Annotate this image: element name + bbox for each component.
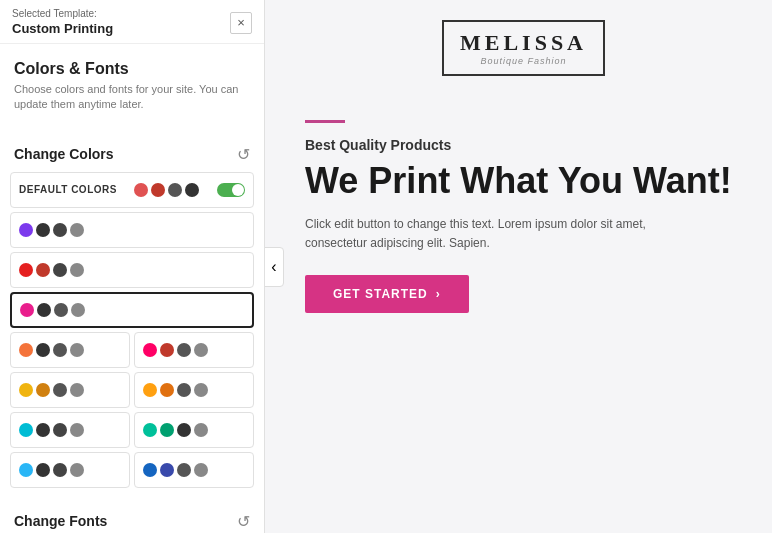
logo-sub: Boutique Fashion: [460, 56, 587, 66]
dot: [70, 463, 84, 477]
dot: [19, 343, 33, 357]
selected-template-name: Custom Printing: [12, 21, 113, 36]
change-colors-title: Change Colors: [14, 146, 114, 162]
dot: [53, 423, 67, 437]
red-dots: [19, 263, 84, 277]
get-started-button[interactable]: GET STARTED ›: [305, 275, 469, 313]
dot-1: [134, 183, 148, 197]
dot: [194, 423, 208, 437]
dot: [53, 223, 67, 237]
color-row-green[interactable]: [134, 412, 254, 448]
color-row-pair-4: [10, 452, 254, 488]
colors-fonts-title: Colors & Fonts: [14, 60, 250, 78]
fonts-refresh-icon[interactable]: ↺: [237, 512, 250, 531]
color-row-pair-1: [10, 332, 254, 368]
dot: [36, 223, 50, 237]
dot: [36, 343, 50, 357]
teal-dots: [19, 423, 84, 437]
dot: [53, 263, 67, 277]
dot: [19, 383, 33, 397]
preview-content: Best Quality Products We Print What You …: [305, 120, 732, 313]
dot: [160, 343, 174, 357]
dot: [36, 463, 50, 477]
dot: [19, 463, 33, 477]
light-blue-dots: [19, 463, 84, 477]
selected-template-label: Selected Template:: [12, 8, 113, 19]
dot: [53, 463, 67, 477]
selected-template-info: Selected Template: Custom Printing: [12, 8, 113, 37]
dark-blue-dots: [143, 463, 208, 477]
dot: [53, 383, 67, 397]
dot: [20, 303, 34, 317]
dot: [177, 463, 191, 477]
color-row-purple[interactable]: [10, 212, 254, 248]
color-row-teal[interactable]: [10, 412, 130, 448]
dot: [19, 263, 33, 277]
best-quality: Best Quality Products: [305, 137, 732, 153]
arrow-icon: ›: [436, 287, 441, 301]
logo-box: MELISSA Boutique Fashion: [442, 20, 605, 76]
color-row-pair-2: [10, 372, 254, 408]
dot: [177, 423, 191, 437]
colors-fonts-desc: Choose colors and fonts for your site. Y…: [14, 82, 250, 113]
dot: [143, 423, 157, 437]
change-fonts-title: Change Fonts: [14, 513, 107, 529]
dot: [36, 263, 50, 277]
logo-main: MELISSA: [460, 30, 587, 56]
logo-wrapper: MELISSA Boutique Fashion: [305, 20, 742, 80]
dot: [160, 423, 174, 437]
default-toggle[interactable]: [217, 183, 245, 197]
dot: [70, 343, 84, 357]
dot: [194, 343, 208, 357]
dot: [177, 343, 191, 357]
colors-fonts-section: Colors & Fonts Choose colors and fonts f…: [0, 44, 264, 131]
dot-4: [185, 183, 199, 197]
change-colors-header: Change Colors ↺: [0, 131, 264, 172]
dot: [71, 303, 85, 317]
color-rows-container: DEFAULT COLORS: [0, 172, 264, 498]
color-row-yellow[interactable]: [10, 372, 130, 408]
main-heading: We Print What You Want!: [305, 161, 732, 201]
dot: [70, 223, 84, 237]
collapse-icon: ‹: [271, 258, 276, 276]
dot: [143, 343, 157, 357]
color-row-yellow-orange[interactable]: [134, 372, 254, 408]
default-label: DEFAULT COLORS: [19, 184, 117, 195]
color-row-pink[interactable]: [10, 292, 254, 328]
get-started-label: GET STARTED: [333, 287, 428, 301]
close-button[interactable]: ×: [230, 12, 252, 34]
dot: [194, 383, 208, 397]
dot-3: [168, 183, 182, 197]
color-row-pair-3: [10, 412, 254, 448]
dot: [143, 383, 157, 397]
pink-dots: [20, 303, 85, 317]
refresh-icon[interactable]: ↺: [237, 145, 250, 164]
dot: [19, 223, 33, 237]
dot: [143, 463, 157, 477]
collapse-tab[interactable]: ‹: [265, 247, 284, 287]
dot: [194, 463, 208, 477]
color-row-default[interactable]: DEFAULT COLORS: [10, 172, 254, 208]
selected-template-bar: Selected Template: Custom Printing ×: [0, 0, 264, 44]
dot: [70, 263, 84, 277]
dot: [70, 423, 84, 437]
pink-red-dots: [143, 343, 208, 357]
color-row-orange[interactable]: [10, 332, 130, 368]
right-panel: ‹ MELISSA Boutique Fashion Best Quality …: [265, 0, 772, 533]
accent-line: [305, 120, 345, 123]
yellow-orange-dots: [143, 383, 208, 397]
color-row-red[interactable]: [10, 252, 254, 288]
change-fonts-header: Change Fonts ↺: [0, 498, 264, 533]
dot: [36, 383, 50, 397]
dot: [160, 463, 174, 477]
dot: [53, 343, 67, 357]
color-row-dark-blue[interactable]: [134, 452, 254, 488]
green-dots: [143, 423, 208, 437]
color-row-pink-red[interactable]: [134, 332, 254, 368]
purple-dots: [19, 223, 84, 237]
dot: [37, 303, 51, 317]
default-color-dots: [134, 183, 199, 197]
dot: [36, 423, 50, 437]
yellow-dots: [19, 383, 84, 397]
color-row-light-blue[interactable]: [10, 452, 130, 488]
